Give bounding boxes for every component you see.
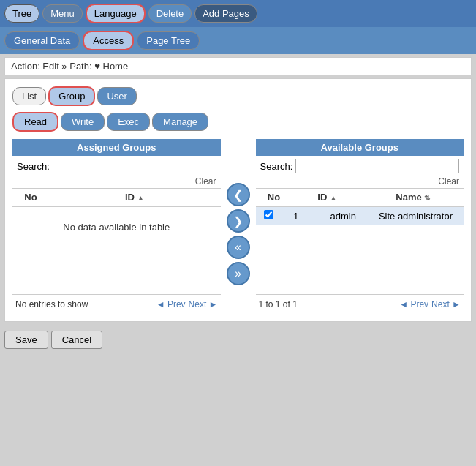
available-pagination-info: 1 to 1 of 1 [259, 299, 397, 309]
main-content: List Group User Read Write Exec Manage A… [4, 78, 472, 322]
assigned-search-label: Search: [17, 161, 50, 172]
available-pager: ◄ Prev Next ► [399, 299, 461, 309]
perm-manage[interactable]: Manage [152, 113, 208, 131]
add-pages-button[interactable]: Add Pages [194, 4, 257, 23]
breadcrumb-text: Action: Edit » Path: ♥ Home [11, 61, 128, 72]
available-col-id: ID ▲ [292, 189, 363, 206]
language-button[interactable]: Language [86, 4, 146, 23]
row-name: Site administrator [372, 211, 459, 222]
available-search-input[interactable] [295, 159, 459, 173]
tab-group[interactable]: Group [48, 86, 95, 106]
row-checkbox[interactable] [264, 210, 273, 219]
nav-arrows: ❮ ❯ « » [227, 139, 250, 285]
perm-read[interactable]: Read [12, 112, 58, 132]
access-button[interactable]: Access [83, 31, 134, 50]
row-id: admin [314, 211, 372, 222]
tab-user[interactable]: User [97, 87, 136, 105]
available-sort-icon: ▲ [330, 194, 337, 202]
assigned-col-id: ID ▲ [49, 189, 221, 206]
assigned-pagination: No entries to show ◄ Prev Next ► [12, 295, 221, 314]
arrow-double-left[interactable]: « [227, 236, 250, 259]
assigned-search-input[interactable] [53, 159, 216, 173]
assigned-table-body: No data available in table [12, 207, 221, 295]
row-checkbox-cell[interactable] [260, 210, 278, 222]
menu-button[interactable]: Menu [42, 4, 83, 23]
assigned-search-row: Search: [12, 156, 221, 176]
tree-button[interactable]: Tree [4, 4, 39, 23]
bottom-row: Save Cancel [0, 325, 476, 355]
available-table-header: No ID ▲ Name ⇅ [256, 188, 464, 207]
permission-row: Read Write Exec Manage [12, 112, 464, 132]
general-data-button[interactable]: General Data [4, 31, 80, 50]
available-next-btn[interactable]: Next ► [431, 299, 461, 309]
available-pagination: 1 to 1 of 1 ◄ Prev Next ► [256, 295, 464, 314]
assigned-col-no: No [12, 189, 49, 206]
assigned-next-btn[interactable]: Next ► [189, 299, 218, 309]
assigned-sort-icon: ▲ [137, 194, 145, 202]
available-col-name: Name ⇅ [363, 189, 464, 206]
perm-exec[interactable]: Exec [107, 113, 150, 131]
top-toolbar: Tree Menu Language Delete Add Pages [0, 0, 476, 27]
available-search-label: Search: [260, 161, 293, 172]
assigned-prev-btn[interactable]: ◄ Prev [156, 299, 186, 309]
available-table-body: 1 admin Site administrator [256, 207, 464, 295]
assigned-table-header: No ID ▲ [12, 188, 221, 207]
arrow-double-right[interactable]: » [227, 262, 250, 285]
row-no: 1 [278, 211, 314, 222]
available-groups-panel: Available Groups Search: Clear No ID ▲ N… [256, 139, 464, 314]
tab-list[interactable]: List [12, 87, 46, 105]
page-tree-button[interactable]: Page Tree [137, 31, 200, 50]
available-search-row: Search: [256, 156, 464, 176]
available-name-sort-icon: ⇅ [424, 194, 430, 202]
arrow-right[interactable]: ❯ [227, 209, 250, 233]
assigned-groups-title: Assigned Groups [12, 139, 221, 156]
available-clear[interactable]: Clear [256, 176, 464, 188]
available-prev-btn[interactable]: ◄ Prev [399, 299, 428, 309]
assigned-clear[interactable]: Clear [12, 176, 221, 188]
breadcrumb: Action: Edit » Path: ♥ Home [4, 57, 472, 75]
second-toolbar: General Data Access Page Tree [0, 27, 476, 54]
available-col-no: No [256, 189, 292, 206]
assigned-pagination-info: No entries to show [15, 299, 154, 309]
panels: Assigned Groups Search: Clear No ID ▲ No… [12, 139, 464, 314]
tab-row: List Group User [12, 86, 464, 106]
cancel-button[interactable]: Cancel [51, 331, 102, 349]
assigned-pager: ◄ Prev Next ► [156, 299, 218, 309]
table-row: 1 admin Site administrator [256, 207, 464, 225]
save-button[interactable]: Save [4, 331, 48, 349]
delete-button[interactable]: Delete [148, 4, 192, 23]
assigned-groups-panel: Assigned Groups Search: Clear No ID ▲ No… [12, 139, 221, 314]
assigned-no-data: No data available in table [12, 207, 221, 247]
arrow-left[interactable]: ❮ [227, 183, 250, 206]
perm-write[interactable]: Write [61, 113, 105, 131]
available-groups-title: Available Groups [256, 139, 464, 156]
